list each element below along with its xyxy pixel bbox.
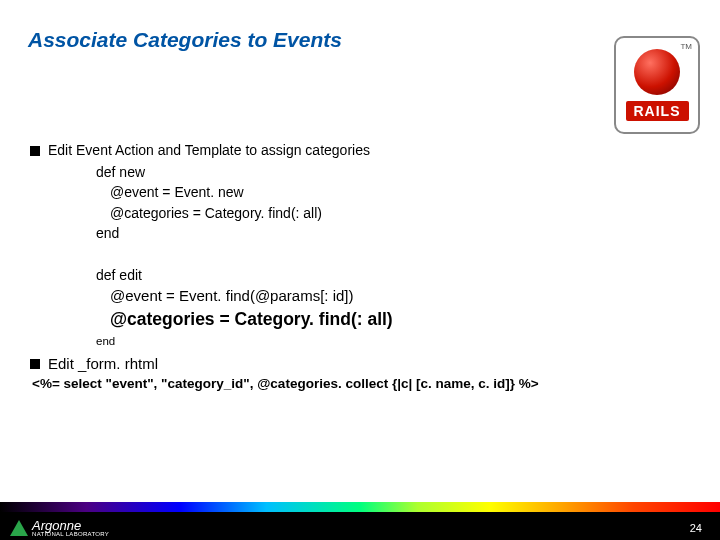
code-line-highlight: @categories = Category. find(: all) bbox=[96, 307, 690, 332]
trademark-label: TM bbox=[680, 42, 692, 51]
content-area: Edit Event Action and Template to assign… bbox=[30, 142, 690, 391]
spectrum-bar bbox=[0, 502, 720, 512]
square-bullet-icon bbox=[30, 359, 40, 369]
triangle-icon bbox=[10, 520, 28, 536]
code-line: @event = Event. new bbox=[96, 182, 690, 202]
slide-title: Associate Categories to Events bbox=[28, 28, 342, 52]
bullet-text: Edit _form. rhtml bbox=[48, 355, 158, 372]
code-block-new: def new @event = Event. new @categories … bbox=[96, 162, 690, 243]
ruby-gem-icon bbox=[634, 49, 680, 95]
code-line: @categories = Category. find(: all) bbox=[96, 203, 690, 223]
org-sub: NATIONAL LABORATORY bbox=[32, 531, 109, 537]
code-line: end bbox=[96, 333, 690, 350]
code-line: def new bbox=[96, 162, 690, 182]
rails-wordmark: RAILS bbox=[626, 101, 689, 121]
bullet-item: Edit Event Action and Template to assign… bbox=[30, 142, 690, 158]
code-line: @event = Event. find(@params[: id]) bbox=[96, 285, 690, 307]
code-line: def edit bbox=[96, 265, 690, 285]
argonne-logo: Argonne NATIONAL LABORATORY bbox=[10, 518, 109, 537]
rails-logo: TM RAILS bbox=[614, 36, 700, 134]
page-number: 24 bbox=[688, 522, 704, 534]
erb-code-line: <%= select "event", "category_id", @cate… bbox=[32, 376, 690, 391]
code-block-edit: def edit @event = Event. find(@params[: … bbox=[96, 265, 690, 349]
bullet-item: Edit _form. rhtml bbox=[30, 355, 690, 372]
code-line: end bbox=[96, 223, 690, 243]
bullet-text: Edit Event Action and Template to assign… bbox=[48, 142, 370, 158]
square-bullet-icon bbox=[30, 146, 40, 156]
